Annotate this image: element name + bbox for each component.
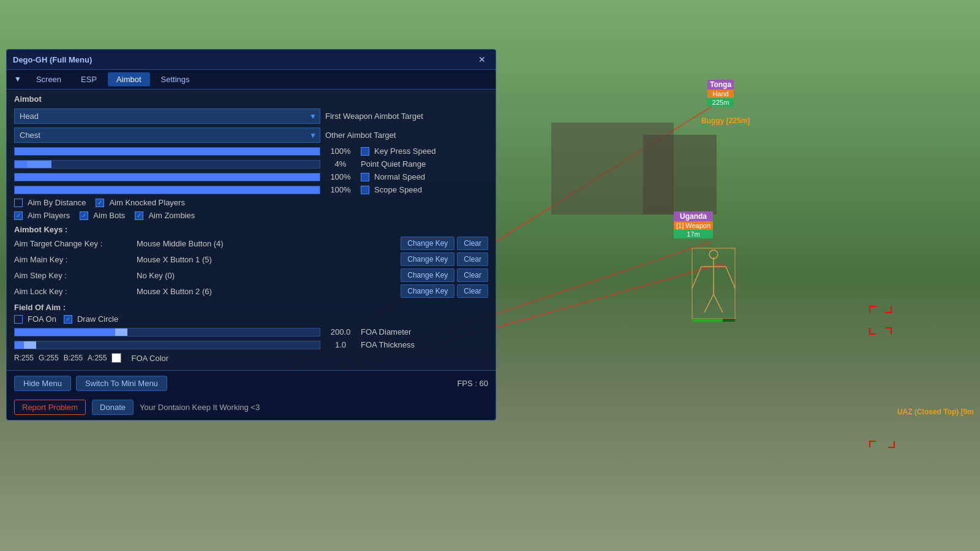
aimbot-section-title: Aimbot <box>14 94 488 104</box>
foa-diameter-row: 200.0 FOA Diameter <box>14 327 488 336</box>
foa-checkboxes-row: FOA On Draw Circle <box>14 314 488 324</box>
foa-color-a: A:255 <box>88 354 107 362</box>
aim-by-distance-checkbox-icon <box>14 199 23 207</box>
aim-lock-clear-key-button[interactable]: Clear <box>457 284 488 298</box>
aim-target-change-key-button[interactable]: Change Key <box>401 237 454 250</box>
aim-target-change-key-name: Aim Target Change Key : <box>14 239 124 248</box>
aim-bots-checkbox-icon <box>80 211 88 220</box>
aim-knocked-players-label: Aim Knocked Players <box>109 198 185 207</box>
normal-speed-value: 100% <box>325 172 356 181</box>
aim-step-clear-key-button[interactable]: Clear <box>457 268 488 282</box>
other-weapon-dropdown-wrapper: Chest Head Belly ▼ <box>14 127 320 143</box>
aim-lock-change-key-button[interactable]: Change Key <box>401 284 454 298</box>
scope-speed-track[interactable] <box>14 186 320 194</box>
normal-speed-track[interactable] <box>14 173 320 181</box>
tonga-name: Tonga <box>707 80 734 89</box>
footer-left-buttons: Hide Menu Switch To Mini Menu <box>14 376 167 391</box>
tab-aimbot[interactable]: Aimbot <box>108 72 149 86</box>
tabs-bar: ▼ Screen ESP Aimbot Settings <box>7 70 496 89</box>
tab-indicator: ▼ <box>10 72 25 86</box>
aim-lock-key-row: Aim Lock Key : Mouse X Button 2 (6) Chan… <box>14 284 488 298</box>
scope-speed-row: 100% Scope Speed <box>14 185 488 194</box>
svg-line-5 <box>692 267 701 288</box>
report-problem-button[interactable]: Report Problem <box>14 400 86 415</box>
foa-diameter-value: 200.0 <box>325 327 356 336</box>
tab-settings[interactable]: Settings <box>153 72 198 86</box>
point-quiet-range-fill <box>15 161 27 168</box>
aim-lock-key-value: Mouse X Button 2 (6) <box>124 287 401 296</box>
aim-step-key-name: Aim Step Key : <box>14 271 124 280</box>
foa-color-label: FOA Color <box>131 354 168 363</box>
scope-speed-checkbox[interactable] <box>361 186 369 194</box>
menu-content: Aimbot Head Chest Belly ▼ First Weapon A… <box>7 89 496 370</box>
donation-message: Your Dontaion Keep It Working <3 <box>140 403 260 412</box>
scope-speed-fill <box>15 186 320 194</box>
aim-main-key-value: Mouse X Button 1 (5) <box>124 255 401 264</box>
normal-speed-checkbox[interactable] <box>361 173 369 181</box>
close-button[interactable]: ✕ <box>475 53 489 66</box>
menu-titlebar: Dego-GH (Full Menu) ✕ <box>7 50 496 70</box>
aim-step-key-value: No Key (0) <box>124 271 401 280</box>
donate-button[interactable]: Donate <box>92 400 134 415</box>
aim-knocked-players-checkbox-item[interactable]: Aim Knocked Players <box>96 198 185 207</box>
foa-thickness-track[interactable] <box>14 341 320 349</box>
switch-to-mini-menu-button[interactable]: Switch To Mini Menu <box>76 376 167 391</box>
tab-screen[interactable]: Screen <box>28 72 70 86</box>
key-press-speed-fill <box>15 148 320 155</box>
aim-players-checkbox-icon <box>14 211 23 220</box>
first-weapon-select[interactable]: Head Chest Belly <box>14 108 320 124</box>
foa-color-g: G:255 <box>39 354 59 362</box>
foa-diameter-track[interactable] <box>14 328 320 336</box>
normal-speed-fill <box>15 173 320 181</box>
foa-on-checkbox-icon <box>14 315 23 324</box>
aim-main-change-key-button[interactable]: Change Key <box>401 253 454 266</box>
key-press-speed-value: 100% <box>325 146 356 156</box>
aim-target-change-key-row: Aim Target Change Key : Mouse Middle But… <box>14 237 488 250</box>
draw-circle-checkbox-icon <box>64 315 72 324</box>
key-press-speed-track[interactable] <box>14 147 320 156</box>
draw-circle-checkbox-item[interactable]: Draw Circle <box>64 314 118 324</box>
aim-main-key-name: Aim Main Key : <box>14 255 124 264</box>
foa-on-label: FOA On <box>28 314 56 324</box>
foa-color-row: R:255 G:255 B:255 A:255 FOA Color <box>14 353 488 363</box>
other-weapon-select[interactable]: Chest Head Belly <box>14 127 320 143</box>
aim-zombies-checkbox-item[interactable]: Aim Zombies <box>135 211 195 220</box>
other-weapon-row: Chest Head Belly ▼ Other Aimbot Target <box>14 127 488 143</box>
foa-title: Field Of Aim : <box>14 303 488 312</box>
hide-menu-button[interactable]: Hide Menu <box>14 376 71 391</box>
foa-color-swatch[interactable] <box>111 353 121 363</box>
menu-title: Dego-GH (Full Menu) <box>13 55 92 64</box>
menu-footer: Hide Menu Switch To Mini Menu FPS : 60 <box>7 370 496 396</box>
aim-players-label: Aim Players <box>28 211 70 220</box>
foa-diameter-thumb <box>115 329 127 336</box>
foa-diameter-label: FOA Diameter <box>361 327 411 336</box>
aim-by-distance-checkbox-item[interactable]: Aim By Distance <box>14 198 86 207</box>
first-weapon-row: Head Chest Belly ▼ First Weapon Aimbot T… <box>14 108 488 124</box>
aim-zombies-checkbox-icon <box>135 211 143 220</box>
scope-speed-label: Scope Speed <box>374 185 422 194</box>
aim-players-checkbox-item[interactable]: Aim Players <box>14 211 70 220</box>
aimbot-keys-title: Aimbot Keys : <box>14 225 488 234</box>
aim-target-clear-key-button[interactable]: Clear <box>457 237 488 250</box>
key-press-speed-row: 100% Key Press Speed <box>14 146 488 156</box>
foa-on-checkbox-item[interactable]: FOA On <box>14 314 56 324</box>
normal-speed-label: Normal Speed <box>374 172 425 181</box>
aim-by-distance-label: Aim By Distance <box>28 198 86 207</box>
fps-label: FPS : 60 <box>457 379 488 388</box>
foa-thickness-value: 1.0 <box>325 340 356 349</box>
tab-esp[interactable]: ESP <box>72 72 105 86</box>
checkboxes-row2: Aim Players Aim Bots Aim Zombies <box>14 211 488 220</box>
aim-main-clear-key-button[interactable]: Clear <box>457 253 488 266</box>
aim-bots-checkbox-item[interactable]: Aim Bots <box>80 211 125 220</box>
foa-thickness-thumb <box>24 341 36 349</box>
aim-step-change-key-button[interactable]: Change Key <box>401 268 454 282</box>
svg-line-8 <box>714 294 723 313</box>
uaz-vehicle-label: UAZ (Closed Top) [9m <box>897 408 974 416</box>
normal-speed-row: 100% Normal Speed <box>14 172 488 181</box>
uganda-weapon: [1] Weapon <box>674 221 713 230</box>
svg-line-6 <box>726 267 735 288</box>
key-press-speed-checkbox[interactable] <box>361 147 369 156</box>
menu-container: Dego-GH (Full Menu) ✕ ▼ Screen ESP Aimbo… <box>6 49 496 420</box>
point-quiet-range-track[interactable] <box>14 160 320 169</box>
checkboxes-row1: Aim By Distance Aim Knocked Players <box>14 198 488 207</box>
